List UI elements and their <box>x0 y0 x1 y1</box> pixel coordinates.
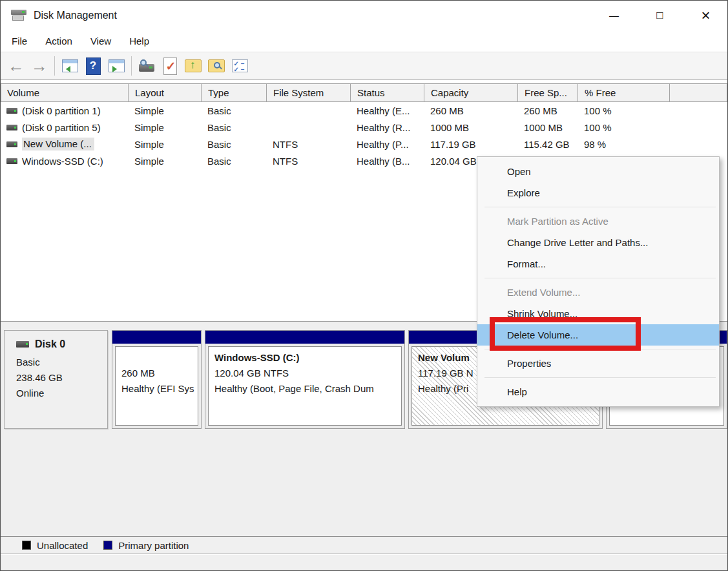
column-header-free-space[interactable]: Free Sp... <box>518 84 578 102</box>
legend-primary-partition: Primary partition <box>103 540 189 551</box>
column-header-type[interactable]: Type <box>202 84 267 102</box>
partition-header <box>112 331 201 344</box>
cell-pct-free: 100 % <box>577 105 669 116</box>
cell-pct-free: 98 % <box>577 139 669 150</box>
back-arrow-icon: ← <box>8 57 25 74</box>
help-icon: ? <box>86 57 101 75</box>
column-header-layout[interactable]: Layout <box>129 84 202 102</box>
cell-capacity: 117.19 GB <box>424 139 517 150</box>
menubar: File Action View Help <box>1 30 727 52</box>
task-list-icon: ✓ –✓ – <box>232 59 248 72</box>
cell-type: Basic <box>201 139 266 150</box>
disk-size: 238.46 GB <box>16 370 107 386</box>
partition-title <box>121 350 192 366</box>
cell-fs: NTFS <box>266 156 350 167</box>
partition-size: 260 MB <box>121 366 192 381</box>
action-pane-icon <box>109 59 125 72</box>
folder-search-icon <box>208 59 225 72</box>
menu-item-delete-volume[interactable]: Delete Volume... <box>477 324 719 346</box>
column-header-pct-free[interactable]: % Free <box>578 84 670 102</box>
rescan-disks-icon <box>139 64 154 72</box>
legend-label: Primary partition <box>118 540 189 551</box>
toolbar-separator <box>131 56 132 76</box>
column-header-filler <box>670 84 727 102</box>
column-header-file-system[interactable]: File System <box>267 84 351 102</box>
cell-fs: NTFS <box>266 139 350 150</box>
disk-0-panel[interactable]: Disk 0 Basic 238.46 GB Online <box>4 330 108 429</box>
partition-status: Healthy (EFI Sys <box>121 381 192 397</box>
toolbar-separator <box>54 56 55 76</box>
menu-item-shrink-volume[interactable]: Shrink Volume... <box>477 303 719 324</box>
menu-item-format[interactable]: Format... <box>477 253 719 275</box>
cell-layout: Simple <box>128 122 201 133</box>
cell-layout: Simple <box>128 156 201 167</box>
cell-status: Healthy (B... <box>350 156 424 167</box>
check-document-button[interactable]: ✓ <box>158 55 182 77</box>
back-button[interactable]: ← <box>5 55 28 77</box>
folder-up-button[interactable]: ↑ <box>182 55 205 77</box>
legend-unallocated: Unallocated <box>22 540 88 551</box>
legend-bar: Unallocated Primary partition <box>1 536 727 554</box>
window-title: Disk Management <box>34 10 117 21</box>
partition-efi[interactable]: 260 MB Healthy (EFI Sys <box>112 330 202 429</box>
forward-button[interactable]: → <box>28 55 51 77</box>
column-header-volume[interactable]: Volume <box>1 84 129 102</box>
maximize-button[interactable]: □ <box>645 1 675 30</box>
show-console-tree-button[interactable] <box>58 55 81 77</box>
menu-separator <box>477 203 719 211</box>
window-footer <box>1 555 727 570</box>
cell-status: Healthy (E... <box>350 105 424 116</box>
cell-layout: Simple <box>128 105 201 116</box>
help-button[interactable]: ? <box>81 55 105 77</box>
titlebar: Disk Management — □ × <box>1 1 727 30</box>
volume-icon <box>6 158 17 164</box>
menu-item-explore[interactable]: Explore <box>477 182 719 203</box>
legend-label: Unallocated <box>37 540 88 551</box>
primary-partition-swatch <box>103 541 112 550</box>
cell-free: 260 MB <box>517 105 577 116</box>
menu-action[interactable]: Action <box>36 33 81 49</box>
partition-header <box>205 331 404 344</box>
console-tree-icon <box>62 59 78 72</box>
folder-up-icon: ↑ <box>185 59 202 72</box>
minimize-button[interactable]: — <box>599 1 629 30</box>
menu-item-change-drive-letter[interactable]: Change Drive Letter and Paths... <box>477 232 719 253</box>
menu-help[interactable]: Help <box>120 33 158 49</box>
volume-icon <box>6 141 17 147</box>
rescan-disks-button[interactable] <box>135 55 158 77</box>
disk-icon <box>16 341 29 348</box>
table-row-selected[interactable]: New Volume (... Simple Basic NTFS Health… <box>1 136 727 152</box>
close-button[interactable]: × <box>691 1 721 30</box>
cell-layout: Simple <box>128 139 201 150</box>
disk-name: Disk 0 <box>35 338 65 350</box>
volume-context-menu: Open Explore Mark Partition as Active Ch… <box>477 156 720 407</box>
unallocated-swatch <box>22 541 31 550</box>
table-header: Volume Layout Type File System Status Ca… <box>1 83 727 102</box>
menu-view[interactable]: View <box>81 33 120 49</box>
volume-icon <box>6 108 17 114</box>
menu-item-help[interactable]: Help <box>477 381 719 402</box>
column-header-capacity[interactable]: Capacity <box>424 84 518 102</box>
cell-type: Basic <box>201 122 266 133</box>
partition-size: 120.04 GB NTFS <box>214 366 395 381</box>
check-document-icon: ✓ <box>163 57 177 75</box>
volume-name: Windows-SSD (C:) <box>22 156 103 167</box>
table-row[interactable]: (Disk 0 partition 5) Simple Basic Health… <box>1 119 727 136</box>
cell-status: Healthy (P... <box>350 139 424 150</box>
volume-name: (Disk 0 partition 5) <box>22 122 101 133</box>
partition-status: Healthy (Boot, Page File, Crash Dum <box>214 381 395 397</box>
table-row[interactable]: (Disk 0 partition 1) Simple Basic Health… <box>1 102 727 119</box>
task-list-button[interactable]: ✓ –✓ – <box>228 55 251 77</box>
disk-type: Basic <box>16 355 107 370</box>
column-header-status[interactable]: Status <box>351 84 424 102</box>
toolbar: ← → ? ✓ ↑ <box>1 52 727 80</box>
cell-pct-free: 100 % <box>577 122 669 133</box>
menu-item-properties[interactable]: Properties <box>477 353 719 374</box>
folder-search-button[interactable] <box>205 55 228 77</box>
cell-status: Healthy (R... <box>350 122 424 133</box>
cell-type: Basic <box>201 156 266 167</box>
show-action-pane-button[interactable] <box>105 55 128 77</box>
partition-windows-ssd[interactable]: Windows-SSD (C:) 120.04 GB NTFS Healthy … <box>205 330 405 429</box>
menu-file[interactable]: File <box>3 33 36 49</box>
menu-item-open[interactable]: Open <box>477 161 719 182</box>
